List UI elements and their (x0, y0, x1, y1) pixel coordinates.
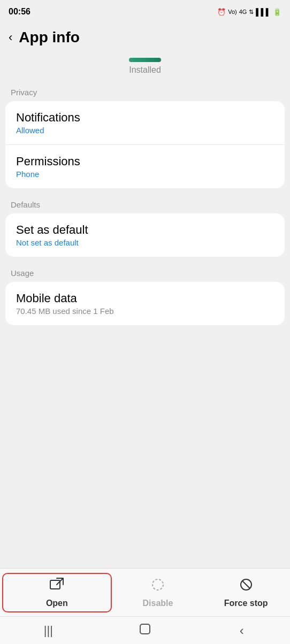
data-arrows-icon: ⇅ (249, 9, 254, 16)
home-button[interactable] (129, 620, 161, 641)
defaults-card: Set as default Not set as default (5, 213, 285, 257)
set-as-default-subtitle: Not set as default (16, 238, 274, 247)
network-4g-icon: 4G (239, 9, 247, 15)
svg-line-4 (243, 581, 249, 588)
status-time: 00:56 (9, 7, 30, 17)
mobile-data-title: Mobile data (16, 292, 274, 305)
recent-apps-icon: ||| (44, 624, 53, 638)
status-bar: 00:56 ⏰ Vo) 4G ⇅ ▌▌▌ 🔋 (0, 0, 290, 24)
battery-icon: 🔋 (273, 8, 281, 16)
back-button[interactable]: ‹ (9, 30, 12, 44)
open-icon (49, 577, 64, 595)
disable-icon (150, 577, 165, 595)
set-as-default-item[interactable]: Set as default Not set as default (5, 213, 285, 257)
alarm-icon: ⏰ (217, 8, 226, 16)
usage-card: Mobile data 70.45 MB used since 1 Feb (5, 282, 285, 325)
status-icons: ⏰ Vo) 4G ⇅ ▌▌▌ 🔋 (217, 8, 281, 16)
mobile-data-subtitle: 70.45 MB used since 1 Feb (16, 306, 274, 316)
app-icon-area: Installed (0, 53, 290, 78)
section-defaults-label: Defaults (0, 190, 290, 213)
back-nav-icon: ‹ (240, 623, 244, 638)
force-stop-icon (239, 577, 254, 595)
permissions-item[interactable]: Permissions Phone (5, 145, 285, 188)
back-nav-button[interactable]: ‹ (226, 620, 258, 641)
section-privacy-label: Privacy (0, 78, 290, 101)
mobile-data-item[interactable]: Mobile data 70.45 MB used since 1 Feb (5, 282, 285, 325)
bottom-action-bar: Open Disable Force stop (0, 568, 290, 616)
disable-label: Disable (143, 599, 173, 608)
permissions-title: Permissions (16, 155, 274, 168)
notifications-item[interactable]: Notifications Allowed (5, 101, 285, 145)
set-as-default-title: Set as default (16, 223, 274, 237)
open-button[interactable]: Open (2, 573, 112, 612)
voip-icon: Vo) (228, 9, 237, 15)
svg-rect-5 (140, 624, 150, 634)
section-usage-label: Usage (0, 259, 290, 282)
notifications-subtitle: Allowed (16, 126, 274, 135)
disable-button[interactable]: Disable (114, 577, 202, 608)
recent-apps-button[interactable]: ||| (32, 620, 64, 641)
svg-point-2 (152, 579, 163, 590)
app-install-status: Installed (129, 65, 161, 75)
svg-rect-0 (50, 580, 60, 589)
app-info-header: ‹ App info (0, 24, 290, 53)
open-label: Open (46, 599, 68, 608)
home-icon (139, 623, 151, 638)
force-stop-button[interactable]: Force stop (202, 577, 290, 608)
app-icon (129, 58, 161, 62)
signal-icon: ▌▌▌ (256, 8, 271, 16)
privacy-card: Notifications Allowed Permissions Phone (5, 101, 285, 188)
page-title: App info (19, 29, 80, 46)
force-stop-label: Force stop (224, 599, 268, 608)
permissions-subtitle: Phone (16, 170, 274, 179)
notifications-title: Notifications (16, 111, 274, 125)
nav-bar: ||| ‹ (0, 616, 290, 644)
